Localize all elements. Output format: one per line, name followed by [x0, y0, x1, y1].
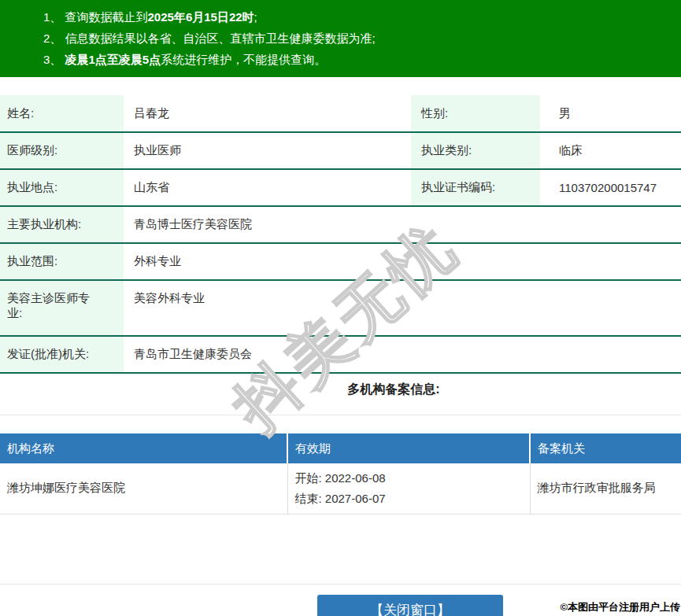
notice-line-2-text: 2、 信息数据结果以各省、自治区、直辖市卫生健康委数据为准;: [43, 31, 376, 45]
table-row: 执业地点: 山东省 执业证书编码: 110370200015747: [0, 169, 681, 206]
filing-authority-header: 备案机关: [530, 433, 681, 463]
notice-banner: 1、 查询数据截止到2025年6月15日22时; 2、 信息数据结果以各省、自治…: [0, 0, 681, 77]
close-window-button[interactable]: 【关闭窗口】: [317, 595, 503, 616]
practice-place-value: 山东省: [124, 169, 411, 206]
notice-line-3-bold: 凌晨1点至凌晨5点: [65, 53, 161, 66]
notice-line-3-text: 3、: [43, 53, 65, 66]
section-divider: [0, 415, 681, 415]
multi-org-section-title: 多机构备案信息:: [0, 382, 681, 397]
validity-end: 结束: 2027-06-07: [295, 489, 530, 509]
name-label: 姓名:: [0, 95, 124, 132]
notice-line-3: 3、 凌晨1点至凌晨5点系统进行维护，不能提供查询。: [43, 49, 681, 70]
upload-credit-text: ©本图由平台注册用户上传: [560, 600, 680, 614]
notice-line-3-tail: 系统进行维护，不能提供查询。: [161, 53, 326, 66]
footer-divider: [0, 584, 681, 585]
practice-scope-label: 执业范围:: [0, 243, 124, 280]
filing-data-row: 潍坊坤娜医疗美容医院 开始: 2022-06-08 结束: 2027-06-07…: [0, 463, 681, 514]
practice-type-value: 临床: [540, 132, 681, 169]
practice-scope-value: 外科专业: [124, 243, 681, 280]
table-row: 美容主诊医师专业: 美容外科专业: [0, 280, 681, 336]
doctor-level-value: 执业医师: [124, 132, 411, 169]
filing-table: 机构名称 有效期 备案机关 潍坊坤娜医疗美容医院 开始: 2022-06-08 …: [0, 433, 681, 515]
aesthetic-specialty-label-text: 美容主诊医师专业:: [7, 291, 103, 321]
aesthetic-specialty-label: 美容主诊医师专业:: [0, 280, 124, 336]
notice-line-1-tail: ;: [254, 10, 257, 24]
table-row: 主要执业机构: 青岛博士医疗美容医院: [0, 206, 681, 243]
validity-cell: 开始: 2022-06-08 结束: 2027-06-07: [287, 463, 530, 514]
name-value: 吕春龙: [124, 95, 411, 132]
practice-type-label: 执业类别:: [411, 132, 540, 169]
table-row: 执业范围: 外科专业: [0, 243, 681, 280]
aesthetic-specialty-value: 美容外科专业: [124, 280, 681, 336]
spacer: [0, 515, 681, 584]
notice-line-1: 1、 查询数据截止到2025年6月15日22时;: [43, 6, 681, 28]
validity-start: 开始: 2022-06-08: [295, 468, 530, 489]
org-name-header: 机构名称: [0, 433, 287, 463]
gender-label: 性别:: [411, 95, 540, 132]
gender-value: 男: [540, 95, 681, 132]
main-org-label: 主要执业机构:: [0, 206, 124, 243]
practitioner-info-table: 姓名: 吕春龙 性别: 男 医师级别: 执业医师 执业类别: 临床 执业地点: …: [0, 95, 681, 374]
validity-header: 有效期: [287, 433, 530, 463]
notice-line-1-bold: 2025年6月15日22时: [148, 10, 254, 24]
notice-line-2: 2、 信息数据结果以各省、自治区、直辖市卫生健康委数据为准;: [43, 28, 681, 49]
issuing-authority-value: 青岛市卫生健康委员会: [124, 336, 681, 373]
filing-header-row: 机构名称 有效期 备案机关: [0, 433, 681, 463]
doctor-level-label: 医师级别:: [0, 132, 124, 169]
main-org-value: 青岛博士医疗美容医院: [124, 206, 681, 243]
org-name-cell: 潍坊坤娜医疗美容医院: [0, 463, 287, 514]
certificate-no-label: 执业证书编码:: [411, 169, 540, 206]
issuing-authority-label: 发证(批准)机关:: [0, 336, 124, 373]
practice-place-label: 执业地点:: [0, 169, 124, 206]
table-row: 姓名: 吕春龙 性别: 男: [0, 95, 681, 132]
certificate-no-value: 110370200015747: [540, 169, 681, 206]
filing-authority-cell: 潍坊市行政审批服务局: [530, 463, 681, 514]
notice-line-1-text: 1、 查询数据截止到: [43, 10, 148, 24]
table-row: 发证(批准)机关: 青岛市卫生健康委员会: [0, 336, 681, 373]
table-row: 医师级别: 执业医师 执业类别: 临床: [0, 132, 681, 169]
